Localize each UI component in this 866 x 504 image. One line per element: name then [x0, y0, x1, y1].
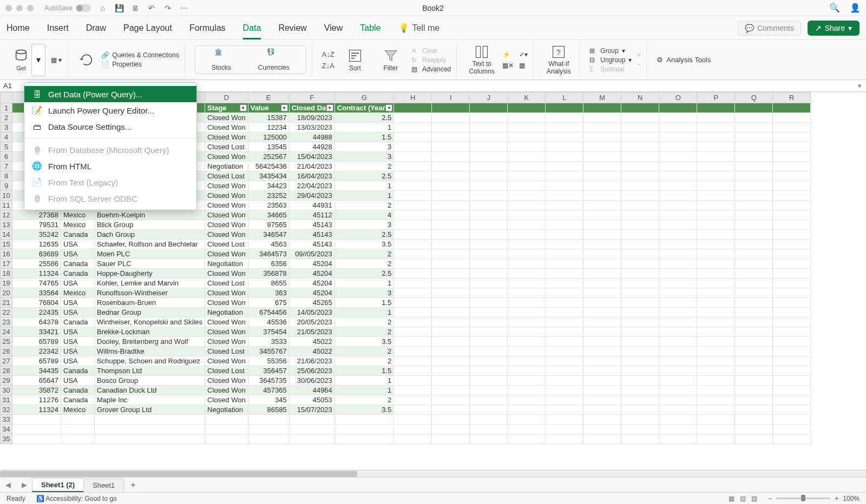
cell[interactable]: 2: [334, 162, 393, 171]
cell[interactable]: [583, 288, 621, 298]
cell[interactable]: 2.5: [334, 230, 393, 240]
cell[interactable]: [394, 415, 432, 425]
cell[interactable]: [508, 288, 546, 298]
cell[interactable]: [546, 259, 583, 269]
cell[interactable]: 1.5: [334, 132, 393, 142]
cell[interactable]: [583, 123, 621, 132]
sort-asc-icon[interactable]: A↓Z: [322, 50, 334, 58]
undo-icon[interactable]: ↶: [147, 4, 156, 12]
more-icon[interactable]: ⋯: [180, 4, 188, 12]
cell[interactable]: 13545: [248, 142, 289, 152]
cell[interactable]: [432, 152, 470, 162]
cell[interactable]: [735, 152, 773, 162]
cell[interactable]: 1: [334, 123, 393, 132]
cell[interactable]: [508, 220, 546, 230]
cell[interactable]: [470, 327, 508, 337]
cell[interactable]: [432, 132, 470, 142]
zoom-in-icon[interactable]: +: [835, 495, 838, 502]
cell[interactable]: [773, 356, 811, 366]
cell[interactable]: [394, 347, 432, 356]
cell[interactable]: [735, 191, 773, 201]
cell[interactable]: [546, 337, 583, 347]
cell[interactable]: [432, 347, 470, 356]
cell[interactable]: Closed Lost: [205, 171, 248, 181]
row-header-14[interactable]: 14: [1, 230, 12, 240]
cell[interactable]: [470, 337, 508, 347]
cell[interactable]: [773, 395, 811, 405]
cell[interactable]: 45112: [289, 210, 334, 220]
cell[interactable]: Dach Group: [95, 230, 205, 240]
cell[interactable]: 86585: [248, 405, 289, 415]
sheet-nav-prev[interactable]: ◀: [0, 481, 16, 489]
cell[interactable]: [735, 415, 773, 425]
cell[interactable]: [583, 298, 621, 308]
cell[interactable]: Canada: [61, 269, 95, 278]
cell[interactable]: [432, 376, 470, 386]
cell[interactable]: [583, 405, 621, 415]
cell[interactable]: [659, 220, 697, 230]
redo-icon[interactable]: ↷: [163, 4, 172, 12]
cell[interactable]: [546, 152, 583, 162]
cell[interactable]: [583, 434, 621, 444]
cell[interactable]: [432, 269, 470, 278]
cell[interactable]: [470, 317, 508, 327]
cell[interactable]: [583, 142, 621, 152]
cell[interactable]: [583, 210, 621, 220]
cell[interactable]: [508, 201, 546, 210]
cell[interactable]: [697, 181, 735, 191]
cell[interactable]: [659, 337, 697, 347]
cell[interactable]: [773, 142, 811, 152]
cell[interactable]: [546, 142, 583, 152]
text-to-columns-button[interactable]: Text to Columns: [467, 44, 497, 75]
cell[interactable]: [659, 366, 697, 376]
cell[interactable]: 18/09/2023: [289, 113, 334, 123]
refresh-all-button[interactable]: [77, 52, 96, 68]
row-header-33[interactable]: 33: [1, 415, 12, 425]
cell[interactable]: [205, 425, 248, 434]
cell[interactable]: [61, 415, 95, 425]
row-header-6[interactable]: 6: [1, 152, 12, 162]
cell[interactable]: [432, 386, 470, 395]
cell[interactable]: [621, 405, 659, 415]
cell[interactable]: [508, 269, 546, 278]
cell[interactable]: [773, 425, 811, 434]
cell[interactable]: 74765: [12, 278, 61, 288]
cell[interactable]: 1: [334, 308, 393, 317]
cell[interactable]: [95, 425, 205, 434]
cell[interactable]: [773, 415, 811, 425]
cell[interactable]: Closed Won: [205, 113, 248, 123]
comments-button[interactable]: 💬 Comments: [738, 21, 801, 36]
cell[interactable]: Closed Won: [205, 298, 248, 308]
cell[interactable]: USA: [61, 298, 95, 308]
cell[interactable]: [697, 259, 735, 269]
tell-me[interactable]: 💡 Tell me: [398, 23, 440, 33]
cell[interactable]: [432, 230, 470, 240]
cell[interactable]: [583, 356, 621, 366]
cell[interactable]: Closed Won: [205, 210, 248, 220]
cell[interactable]: [735, 220, 773, 230]
cell[interactable]: Dooley, Breitenberg and Wolf: [95, 337, 205, 347]
cell[interactable]: [546, 191, 583, 201]
cell[interactable]: [773, 191, 811, 201]
cell[interactable]: [621, 288, 659, 298]
expand-formula-bar-icon[interactable]: ▾: [854, 82, 866, 90]
cell[interactable]: [735, 434, 773, 444]
cell[interactable]: [621, 337, 659, 347]
cell[interactable]: [394, 171, 432, 181]
cell[interactable]: [659, 132, 697, 142]
cell[interactable]: [735, 123, 773, 132]
cell[interactable]: Runolfsson-Wintheiser: [95, 288, 205, 298]
cell[interactable]: [394, 132, 432, 142]
cell[interactable]: [470, 191, 508, 201]
filter-dropdown-icon[interactable]: ▾: [240, 104, 247, 111]
row-header-30[interactable]: 30: [1, 386, 12, 395]
cell[interactable]: [470, 152, 508, 162]
col-header-J[interactable]: J: [470, 92, 508, 103]
cell[interactable]: 2: [334, 317, 393, 327]
cell[interactable]: [697, 298, 735, 308]
cell[interactable]: [508, 376, 546, 386]
cell[interactable]: [621, 327, 659, 337]
cell[interactable]: [470, 113, 508, 123]
cell[interactable]: [394, 123, 432, 132]
cell[interactable]: [773, 327, 811, 337]
